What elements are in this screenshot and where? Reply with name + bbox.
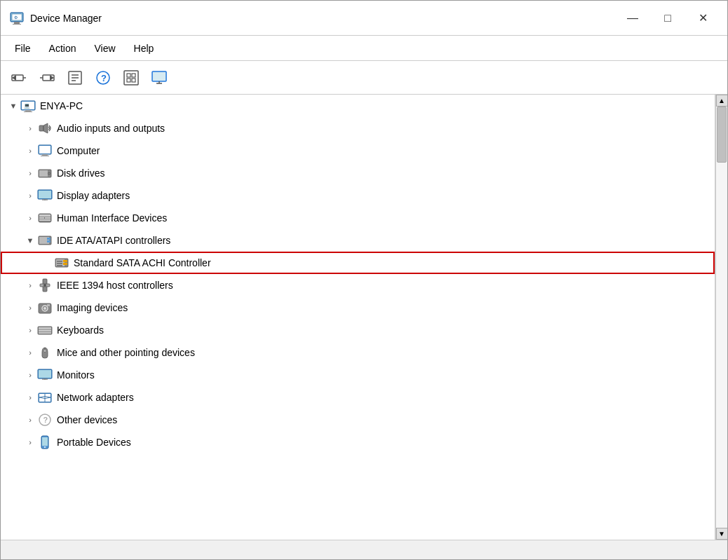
display-label: Display adapters xyxy=(57,190,130,201)
tree-item-mice[interactable]: › Mice and other pointing devices xyxy=(1,341,715,364)
tree-item-monitors[interactable]: › Monitors xyxy=(1,364,715,386)
expand-display-button[interactable]: › xyxy=(23,189,37,203)
ide-icon xyxy=(37,233,53,248)
expand-portable-button[interactable]: › xyxy=(23,435,37,449)
tree-view[interactable]: ▼ 💻 ENYA-PC › xyxy=(1,95,715,540)
tree-item-disk[interactable]: › Disk drives xyxy=(1,162,715,184)
scan-icon xyxy=(123,69,140,86)
svg-rect-54 xyxy=(47,240,50,243)
keyboards-label: Keyboards xyxy=(57,325,104,336)
tree-item-ieee[interactable]: › IEEE 1394 host controllers xyxy=(1,274,715,296)
svg-rect-21 xyxy=(132,74,135,77)
help-icon: ? xyxy=(95,69,112,86)
monitor-button[interactable] xyxy=(147,65,172,90)
ide-label: IDE ATA/ATAPI controllers xyxy=(57,235,170,246)
menu-file[interactable]: File xyxy=(6,40,39,57)
svg-rect-68 xyxy=(47,304,50,306)
tree-item-computer[interactable]: › Computer xyxy=(1,139,715,162)
scroll-thumb[interactable] xyxy=(717,107,727,163)
title-bar-left: ⚙ Device Manager xyxy=(9,11,102,26)
expand-hid-button[interactable]: › xyxy=(23,211,37,225)
audio-label: Audio inputs and outputs xyxy=(57,123,165,134)
tree-item-display[interactable]: › Display adapters xyxy=(1,184,715,207)
svg-text:💻: 💻 xyxy=(24,102,30,109)
expand-keyboards-button[interactable]: › xyxy=(23,323,37,337)
title-bar: ⚙ Device Manager — □ ✕ xyxy=(1,1,727,36)
expand-imaging-button[interactable]: › xyxy=(23,301,37,315)
properties-icon xyxy=(67,69,83,86)
imaging-icon xyxy=(37,300,53,315)
menu-help[interactable]: Help xyxy=(126,40,163,57)
svg-rect-59 xyxy=(57,261,62,262)
keyboard-icon xyxy=(37,322,53,338)
svg-rect-35 xyxy=(39,146,50,153)
svg-text:?: ? xyxy=(101,73,107,83)
scroll-down-button[interactable]: ▼ xyxy=(716,528,728,540)
expand-monitors-button[interactable]: › xyxy=(23,368,37,382)
svg-rect-33 xyxy=(39,125,43,131)
imaging-label: Imaging devices xyxy=(57,302,128,313)
tree-item-hid[interactable]: › Human Interface Devices xyxy=(1,207,715,229)
scan-button[interactable] xyxy=(119,65,144,90)
disk-label: Disk drives xyxy=(57,168,105,179)
portable-label: Portable Devices xyxy=(57,437,131,448)
app-icon: ⚙ xyxy=(9,11,25,26)
monitor-icon xyxy=(151,69,168,86)
svg-rect-58 xyxy=(63,263,67,265)
close-button[interactable]: ✕ xyxy=(687,7,719,29)
expand-audio-button[interactable]: › xyxy=(23,121,37,135)
properties-button[interactable] xyxy=(62,65,88,90)
expand-disk-button[interactable]: › xyxy=(23,166,37,180)
computer-label: Computer xyxy=(57,145,100,156)
svg-rect-25 xyxy=(153,72,166,81)
tree-item-imaging[interactable]: › Imaging devices xyxy=(1,296,715,319)
back-button[interactable] xyxy=(6,65,32,90)
audio-icon xyxy=(37,121,53,136)
tree-root[interactable]: ▼ 💻 ENYA-PC xyxy=(1,95,715,117)
collapse-ide-button[interactable]: ▼ xyxy=(23,233,37,247)
device-manager-window: ⚙ Device Manager — □ ✕ File Action View … xyxy=(0,0,728,560)
tree-item-audio[interactable]: › Audio inputs and outputs xyxy=(1,117,715,139)
tree-item-keyboards[interactable]: › Keyboards xyxy=(1,319,715,341)
expand-other-button[interactable]: › xyxy=(23,413,37,427)
scroll-track[interactable] xyxy=(716,107,727,528)
svg-point-67 xyxy=(43,307,46,310)
vertical-scrollbar[interactable]: ▲ ▼ xyxy=(715,95,727,540)
tree-item-portable[interactable]: › Portable Devices xyxy=(1,431,715,453)
expand-mice-button[interactable]: › xyxy=(23,346,37,360)
expand-ieee-button[interactable]: › xyxy=(23,278,37,292)
svg-rect-49 xyxy=(45,217,50,219)
collapse-root-button[interactable]: ▼ xyxy=(6,99,20,113)
content-area: ▼ 💻 ENYA-PC › xyxy=(1,95,727,540)
mice-label: Mice and other pointing devices xyxy=(57,347,195,358)
menu-view[interactable]: View xyxy=(86,40,123,57)
disk-icon xyxy=(37,165,53,181)
tree-item-network[interactable]: › Network adapters xyxy=(1,386,715,409)
svg-rect-31 xyxy=(24,111,32,112)
svg-rect-72 xyxy=(39,332,51,334)
maximize-button[interactable]: □ xyxy=(652,7,684,29)
forward-button[interactable] xyxy=(34,65,60,90)
menu-action[interactable]: Action xyxy=(41,40,85,57)
expand-network-button[interactable]: › xyxy=(23,390,37,404)
svg-rect-19 xyxy=(124,71,138,85)
svg-rect-61 xyxy=(57,265,62,266)
scroll-up-button[interactable]: ▲ xyxy=(716,95,728,107)
minimize-button[interactable]: — xyxy=(616,7,649,29)
menu-bar: File Action View Help xyxy=(1,36,727,61)
tree-item-sata[interactable]: Standard SATA ACHI Controller xyxy=(1,252,715,274)
network-icon xyxy=(37,390,53,405)
help-button[interactable]: ? xyxy=(90,65,116,90)
tree-item-ide[interactable]: ▼ IDE ATA/ATAPI controllers xyxy=(1,229,715,252)
expand-computer-button[interactable]: › xyxy=(23,144,37,158)
svg-point-64 xyxy=(43,284,46,287)
svg-rect-37 xyxy=(41,156,49,156)
svg-rect-2 xyxy=(13,24,21,25)
tree-item-other[interactable]: › ? Other devices xyxy=(1,409,715,431)
svg-rect-47 xyxy=(39,214,50,217)
svg-rect-84 xyxy=(42,437,48,446)
svg-rect-36 xyxy=(42,154,48,156)
svg-marker-11 xyxy=(50,75,54,81)
back-icon xyxy=(11,69,27,86)
monitors-label: Monitors xyxy=(57,369,95,381)
